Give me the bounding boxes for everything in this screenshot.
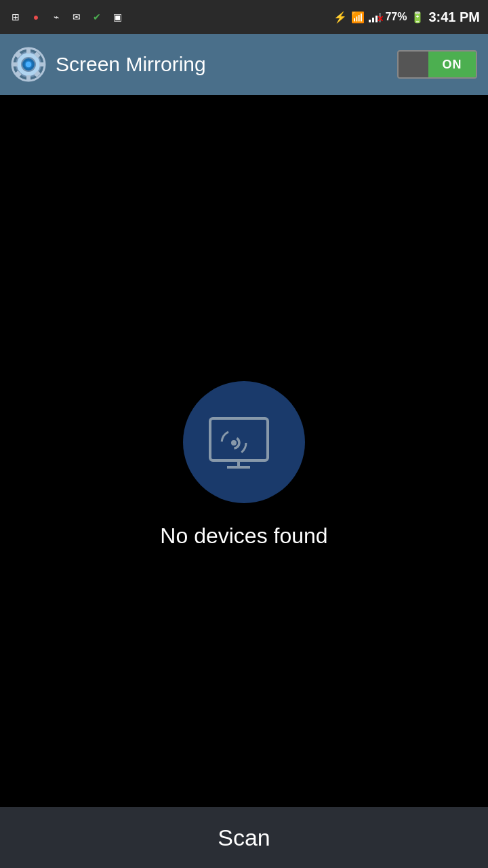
main-content: No devices found: [0, 95, 488, 834]
svg-point-3: [25, 61, 32, 68]
scan-label: Scan: [218, 825, 270, 851]
screencast-icon: ▣: [110, 9, 125, 24]
header-left: Screen Mirroring: [11, 47, 206, 82]
battery-icon: 🔋: [411, 11, 424, 24]
plus-square-icon: ⊞: [8, 9, 23, 24]
signal-icon: ✕: [369, 12, 381, 22]
mirroring-icon-circle: [183, 381, 305, 503]
svg-rect-4: [26, 48, 30, 54]
app-header: Screen Mirroring ON: [0, 34, 488, 95]
screen-mirroring-icon: [207, 405, 281, 479]
toggle-on-label: ON: [443, 58, 462, 72]
status-icons-left: ⊞ ● ⌁ ✉ ✔ ▣: [8, 9, 125, 24]
status-indicators-right: ⚡ 📶 ✕ 77% 🔋 3:41 PM: [333, 9, 480, 25]
time-display: 3:41 PM: [428, 9, 480, 25]
app-title: Screen Mirroring: [56, 53, 206, 76]
check-icon: ✔: [89, 9, 104, 24]
bluetooth-icon: ⚡: [333, 11, 347, 24]
svg-rect-5: [26, 75, 30, 81]
battery-percent: 77%: [385, 11, 407, 23]
scan-button[interactable]: Scan: [0, 807, 488, 868]
svg-rect-6: [12, 62, 18, 66]
toggle-off-part: [399, 52, 428, 77]
svg-point-15: [231, 440, 237, 446]
gear-icon: [11, 47, 46, 82]
usb-icon: ⌁: [49, 9, 64, 24]
no-devices-label: No devices found: [160, 524, 327, 549]
mail-icon: ✉: [69, 9, 84, 24]
status-bar: ⊞ ● ⌁ ✉ ✔ ▣ ⚡ 📶 ✕ 77% 🔋 3:41 PM: [0, 0, 488, 34]
svg-rect-7: [39, 62, 45, 66]
on-off-toggle[interactable]: ON: [397, 50, 477, 79]
circle-app-icon: ●: [28, 9, 43, 24]
wifi-icon: 📶: [351, 11, 365, 24]
signal-x-mark: ✕: [377, 14, 384, 24]
toggle-on-part: ON: [428, 52, 476, 77]
